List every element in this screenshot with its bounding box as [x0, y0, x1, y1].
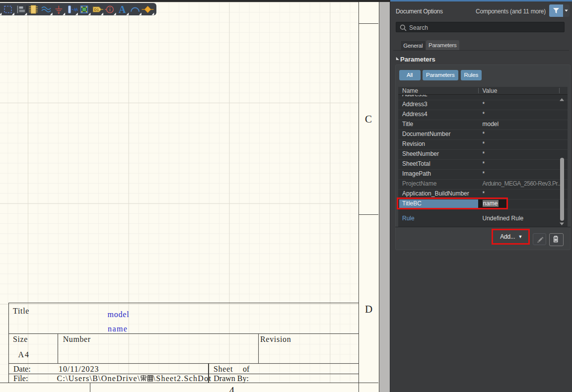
svg-text:A: A: [119, 4, 126, 15]
svg-text:D1: D1: [94, 7, 99, 12]
